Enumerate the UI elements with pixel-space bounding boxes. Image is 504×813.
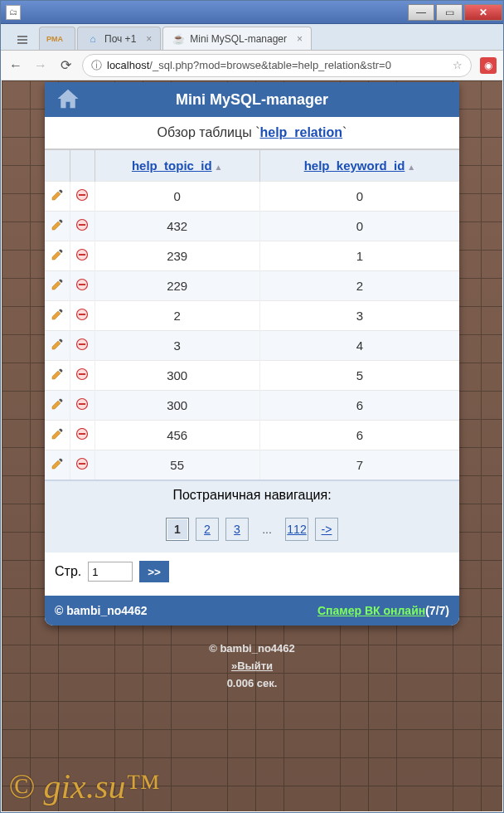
edit-icon[interactable]: [50, 457, 65, 472]
table-row: 34: [45, 331, 459, 361]
pagination-page-button[interactable]: 112: [285, 518, 308, 541]
delete-icon[interactable]: [75, 427, 90, 442]
cell-keyword: 6: [259, 421, 459, 450]
nav-reload-button[interactable]: ⟳: [57, 57, 74, 74]
svg-rect-19: [79, 463, 85, 465]
table-overview-title: Обзор таблицы `help_relation`: [45, 117, 459, 149]
edit-icon[interactable]: [50, 308, 65, 323]
pagination-page-button[interactable]: 2: [196, 518, 219, 541]
page-footer: © bambi_no4462 »Выйти 0.006 сек.: [2, 640, 502, 692]
cell-topic: 432: [94, 212, 259, 241]
table-row: 23: [45, 301, 459, 331]
nav-forward-button[interactable]: →: [32, 57, 49, 74]
table-row: 4320: [45, 212, 459, 241]
page-label: Стр.: [55, 564, 81, 579]
browser-menu-icon[interactable]: [11, 30, 34, 50]
footer-copyright: © bambi_no4462: [2, 640, 502, 658]
pagination-page-button[interactable]: 3: [225, 518, 249, 541]
app-footer: © bambi_no4462 Спамер ВК онлайн(7/7): [45, 596, 459, 626]
bookmark-star-icon[interactable]: ☆: [453, 59, 463, 71]
edit-icon[interactable]: [50, 278, 65, 293]
svg-rect-7: [79, 284, 85, 285]
cell-topic: 300: [94, 391, 259, 421]
page-input[interactable]: [88, 562, 133, 582]
edit-icon[interactable]: [50, 188, 65, 203]
edit-icon[interactable]: [50, 338, 65, 353]
table-row: 3006: [45, 391, 459, 421]
edit-icon[interactable]: [50, 218, 65, 233]
delete-icon[interactable]: [75, 278, 90, 293]
delete-icon[interactable]: [75, 188, 90, 203]
delete-column-header: [70, 150, 94, 182]
cell-keyword: 7: [259, 450, 459, 480]
url-text: localhost/_sql.php?mod=browse&table=help…: [107, 59, 448, 71]
cell-keyword: 6: [259, 391, 459, 421]
svg-rect-15: [79, 403, 85, 405]
window-close-button[interactable]: ✕: [464, 4, 502, 21]
cell-topic: 3: [94, 331, 259, 361]
close-icon[interactable]: ×: [146, 33, 152, 45]
tab-label: Mini MySQL-manager: [190, 33, 287, 45]
pagination-next-button[interactable]: ->: [315, 518, 338, 541]
delete-icon[interactable]: [75, 308, 90, 323]
svg-rect-1: [79, 194, 85, 196]
extension-icon[interactable]: ◉: [480, 57, 497, 74]
browser-toolbar: ← → ⟳ ⓘ localhost/_sql.php?mod=browse&ta…: [1, 51, 503, 80]
svg-rect-11: [79, 343, 85, 345]
cell-topic: 229: [94, 271, 259, 301]
cell-keyword: 5: [259, 361, 459, 391]
cell-topic: 300: [94, 361, 259, 391]
table-row: 3005: [45, 361, 459, 391]
site-info-icon[interactable]: ⓘ: [91, 58, 102, 73]
delete-icon[interactable]: [75, 248, 90, 263]
table-row: 2391: [45, 241, 459, 271]
edit-icon[interactable]: [50, 427, 65, 442]
pagination-page-current[interactable]: 1: [166, 518, 189, 541]
pagination-row: 123...112->: [45, 509, 459, 553]
sort-icon: ▲: [215, 163, 223, 172]
svg-rect-3: [79, 224, 85, 226]
window-titlebar: 🗂 — ▭ ✕: [1, 1, 503, 24]
table-name-link[interactable]: help_relation: [259, 125, 342, 139]
edit-icon[interactable]: [50, 248, 65, 263]
app-title: Mini MySQL-manager: [176, 91, 328, 109]
column-header[interactable]: help_keyword_id▲: [259, 150, 459, 182]
window-minimize-button[interactable]: —: [408, 4, 434, 21]
pma-icon: PMA: [48, 32, 61, 46]
titlebar-app-icon: 🗂: [6, 5, 21, 20]
table-row: 2292: [45, 271, 459, 301]
cell-topic: 2: [94, 301, 259, 331]
url-bar[interactable]: ⓘ localhost/_sql.php?mod=browse&table=he…: [82, 54, 472, 77]
cell-keyword: 0: [259, 182, 459, 212]
delete-icon[interactable]: [75, 457, 90, 472]
timing-text: 0.006 сек.: [2, 675, 502, 693]
nav-back-button[interactable]: ←: [7, 57, 24, 74]
browser-tabstrip: PMA ⌂ Поч +1 × ☕ Mini MySQL-manager ×: [1, 24, 503, 51]
window-maximize-button[interactable]: ▭: [436, 4, 463, 21]
delete-icon[interactable]: [75, 338, 90, 353]
svg-rect-5: [79, 254, 85, 256]
tab-label: Поч +1: [104, 33, 136, 45]
spam-link[interactable]: Спамер ВК онлайн: [317, 604, 425, 617]
edit-icon[interactable]: [50, 368, 65, 382]
home-icon[interactable]: [53, 82, 83, 115]
page-go-button[interactable]: >>: [139, 561, 169, 582]
spam-count: (7/7): [425, 604, 449, 617]
cell-keyword: 3: [259, 301, 459, 331]
svg-rect-9: [79, 314, 85, 315]
svg-rect-13: [79, 373, 85, 375]
browser-tab[interactable]: ⌂ Поч +1 ×: [77, 27, 161, 50]
delete-icon[interactable]: [75, 368, 90, 382]
logout-link[interactable]: »Выйти: [231, 660, 273, 672]
footer-copyright: © bambi_no4462: [55, 604, 147, 617]
cell-keyword: 4: [259, 331, 459, 361]
edit-icon[interactable]: [50, 397, 65, 412]
delete-icon[interactable]: [75, 218, 90, 233]
app-header: Mini MySQL-manager: [45, 82, 459, 117]
browser-tab[interactable]: PMA: [39, 27, 75, 50]
cell-topic: 55: [94, 450, 259, 480]
delete-icon[interactable]: [75, 397, 90, 412]
close-icon[interactable]: ×: [297, 33, 303, 45]
browser-tab-active[interactable]: ☕ Mini MySQL-manager ×: [162, 27, 312, 50]
column-header[interactable]: help_topic_id▲: [94, 150, 259, 182]
